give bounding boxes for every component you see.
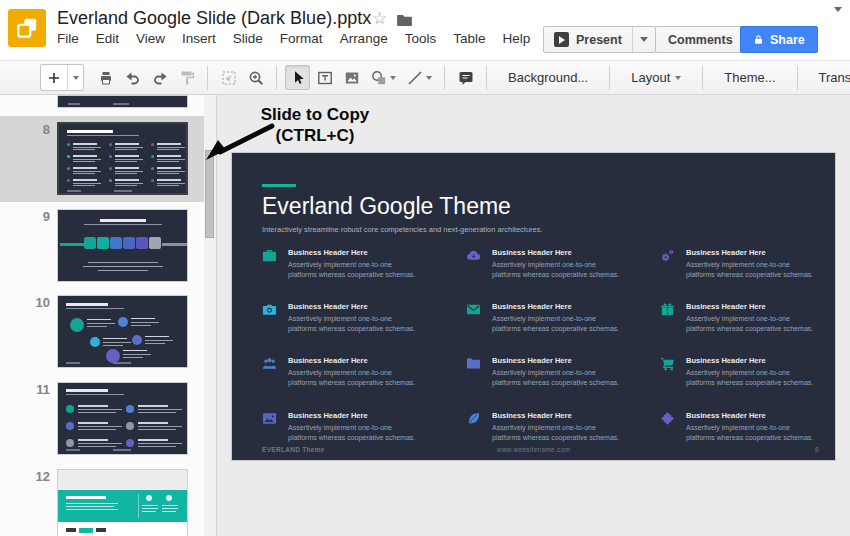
slide-thumbnail-11[interactable] bbox=[57, 382, 188, 455]
slide-thumbnail-12[interactable] bbox=[57, 469, 188, 536]
paint-format-icon[interactable] bbox=[174, 65, 199, 90]
grid-item[interactable]: Business Header HereAssertively implemen… bbox=[466, 355, 651, 389]
zoom-fit-icon[interactable] bbox=[216, 65, 241, 90]
shape-icon[interactable] bbox=[366, 65, 400, 90]
envelope-icon bbox=[466, 302, 481, 317]
background-button[interactable]: Background... bbox=[494, 60, 602, 95]
grid-item[interactable]: Business Header HereAssertively implemen… bbox=[660, 355, 845, 389]
grid-item-header: Business Header Here bbox=[686, 410, 813, 422]
transition-button[interactable]: Transition... bbox=[805, 60, 850, 95]
comment-icon[interactable] bbox=[453, 65, 478, 90]
grid-item[interactable]: Business Header HereAssertively implemen… bbox=[660, 301, 845, 335]
toolbar-items: Background...LayoutTheme...Transition... bbox=[40, 60, 850, 95]
select-arrow-icon[interactable] bbox=[285, 65, 310, 90]
chevron-down-icon bbox=[675, 76, 681, 80]
slide-number: 11 bbox=[26, 382, 50, 397]
toolbar-separator bbox=[609, 66, 610, 90]
grid-item-header: Business Header Here bbox=[492, 410, 619, 422]
grid-item-header: Business Header Here bbox=[492, 355, 619, 367]
grid-item-line1: Assertively implement one-to-one bbox=[686, 260, 813, 271]
layout-button[interactable]: Layout bbox=[617, 60, 695, 95]
grid-item[interactable]: Business Header HereAssertively implemen… bbox=[466, 410, 651, 444]
share-label: Share bbox=[770, 33, 805, 47]
chevron-down-icon bbox=[426, 76, 432, 80]
document-title[interactable]: Everland Google Slide (Dark Blue).pptx bbox=[57, 8, 371, 29]
new-slide-caret[interactable] bbox=[67, 65, 83, 90]
slide-thumbnail-9[interactable] bbox=[57, 209, 188, 282]
line-icon[interactable] bbox=[402, 65, 436, 90]
slide-filmstrip: 89101112 bbox=[0, 95, 217, 536]
undo-icon[interactable] bbox=[120, 65, 145, 90]
slide-number: 9 bbox=[26, 209, 50, 224]
grid-item-header: Business Header Here bbox=[686, 355, 813, 367]
grid-item[interactable]: Business Header HereAssertively implemen… bbox=[660, 410, 845, 444]
present-dropdown[interactable] bbox=[632, 27, 655, 52]
comments-label: Comments bbox=[668, 33, 733, 47]
app-header: Everland Google Slide (Dark Blue).pptx ☆… bbox=[0, 0, 850, 60]
new-slide-icon[interactable] bbox=[41, 65, 67, 90]
grid-item-line1: Assertively implement one-to-one bbox=[492, 423, 619, 434]
grid-item-line2: platforms whereas cooperative schemas. bbox=[492, 378, 619, 389]
menu-tools[interactable]: Tools bbox=[405, 31, 437, 46]
grid-item-line2: platforms whereas cooperative schemas. bbox=[686, 324, 813, 335]
menu-insert[interactable]: Insert bbox=[182, 31, 216, 46]
grid-item-line1: Assertively implement one-to-one bbox=[492, 368, 619, 379]
new-slide-button[interactable] bbox=[40, 64, 84, 91]
folder-icon[interactable] bbox=[396, 13, 413, 32]
grid-item[interactable]: Business Header HereAssertively implemen… bbox=[262, 410, 447, 444]
redo-icon[interactable] bbox=[147, 65, 172, 90]
grid-item[interactable]: Business Header HereAssertively implemen… bbox=[262, 247, 447, 281]
menu-edit[interactable]: Edit bbox=[96, 31, 119, 46]
toolbar-separator bbox=[486, 66, 487, 90]
slides-logo-icon[interactable] bbox=[8, 9, 46, 47]
theme-button[interactable]: Theme... bbox=[710, 60, 789, 95]
grid-item[interactable]: Business Header HereAssertively implemen… bbox=[262, 301, 447, 335]
cart-icon bbox=[660, 356, 675, 371]
present-main[interactable]: Present bbox=[544, 27, 632, 52]
zoom-in-icon[interactable] bbox=[243, 65, 268, 90]
star-icon[interactable]: ☆ bbox=[372, 10, 387, 27]
grid-item-header: Business Header Here bbox=[492, 247, 619, 259]
puzzle-icon bbox=[660, 411, 675, 426]
share-button[interactable]: Share bbox=[740, 26, 818, 53]
slide-thumbnail[interactable] bbox=[57, 95, 188, 108]
grid-item-line1: Assertively implement one-to-one bbox=[288, 314, 415, 325]
grid-item-line2: platforms whereas cooperative schemas. bbox=[288, 324, 415, 335]
annotation-arrow-icon bbox=[204, 116, 279, 164]
chevron-down-icon bbox=[390, 76, 396, 80]
present-button[interactable]: Present bbox=[543, 26, 656, 53]
account-dropdown-caret-icon[interactable] bbox=[834, 12, 842, 30]
toolbar-separator bbox=[797, 66, 798, 90]
grid-item[interactable]: Business Header HereAssertively implemen… bbox=[466, 247, 651, 281]
slide-thumbnail-10[interactable] bbox=[57, 295, 188, 368]
slide-footer-center: www.websitename.com bbox=[232, 446, 835, 453]
grid-item-header: Business Header Here bbox=[288, 301, 415, 313]
menu-file[interactable]: File bbox=[57, 31, 79, 46]
menu-bar: FileEditViewInsertSlideFormatArrangeTool… bbox=[57, 31, 570, 46]
grid-item-line2: platforms whereas cooperative schemas. bbox=[686, 433, 813, 444]
menu-help[interactable]: Help bbox=[502, 31, 530, 46]
menu-view[interactable]: View bbox=[136, 31, 165, 46]
grid-item-line2: platforms whereas cooperative schemas. bbox=[288, 270, 415, 281]
grid-item-line2: platforms whereas cooperative schemas. bbox=[686, 270, 813, 281]
menu-arrange[interactable]: Arrange bbox=[340, 31, 388, 46]
gift-icon bbox=[660, 302, 675, 317]
print-icon[interactable] bbox=[93, 65, 118, 90]
menu-slide[interactable]: Slide bbox=[233, 31, 263, 46]
grid-item[interactable]: Business Header HereAssertively implemen… bbox=[660, 247, 845, 281]
grid-item[interactable]: Business Header HereAssertively implemen… bbox=[466, 301, 651, 335]
menu-table[interactable]: Table bbox=[453, 31, 485, 46]
menu-format[interactable]: Format bbox=[280, 31, 323, 46]
grid-item-header: Business Header Here bbox=[288, 247, 415, 259]
comments-button[interactable]: Comments bbox=[655, 26, 746, 53]
main-slide[interactable]: Everland Google Theme Interactively stre… bbox=[232, 153, 835, 460]
grid-item-line1: Assertively implement one-to-one bbox=[686, 423, 813, 434]
leaf-icon bbox=[466, 411, 481, 426]
slide-thumbnail-8[interactable] bbox=[57, 122, 188, 195]
grid-item[interactable]: Business Header HereAssertively implemen… bbox=[262, 355, 447, 389]
insert-image-icon[interactable] bbox=[339, 65, 364, 90]
text-box-icon[interactable] bbox=[312, 65, 337, 90]
gears-icon bbox=[660, 248, 675, 263]
users-icon bbox=[262, 356, 277, 371]
grid-item-line1: Assertively implement one-to-one bbox=[492, 314, 619, 325]
